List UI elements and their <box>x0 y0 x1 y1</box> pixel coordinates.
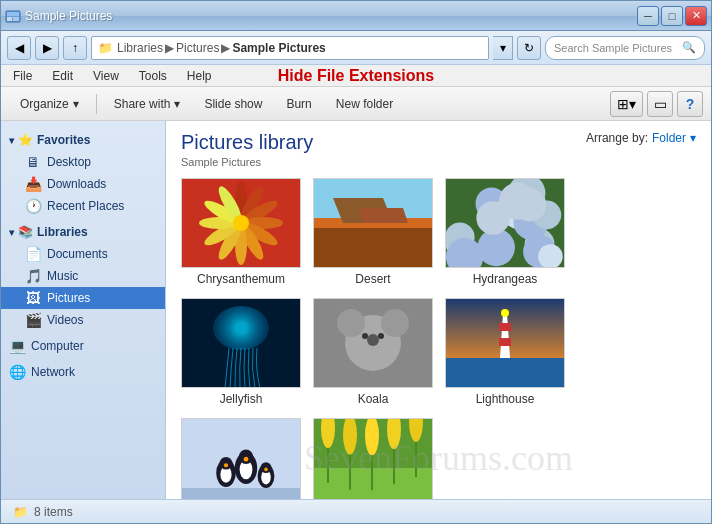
sidebar-item-desktop[interactable]: 🖥 Desktop <box>1 151 165 173</box>
sidebar-item-computer[interactable]: 💻 Computer <box>1 335 165 357</box>
window-icon <box>5 8 21 24</box>
sidebar: ▾ ⭐ Favorites 🖥 Desktop 📥 Downloads 🕐 Re… <box>1 121 166 499</box>
sidebar-item-downloads[interactable]: 📥 Downloads <box>1 173 165 195</box>
desktop-label: Desktop <box>47 155 91 169</box>
sidebar-item-network[interactable]: 🌐 Network <box>1 361 165 383</box>
view-grid-icon: ⊞ <box>617 96 629 112</box>
status-bar: 📁 8 items <box>1 499 711 523</box>
organize-button[interactable]: Organize ▾ <box>9 91 90 117</box>
arrange-by-dropdown-icon[interactable]: ▾ <box>690 131 696 145</box>
search-icon: 🔍 <box>682 41 696 54</box>
refresh-icon: ↻ <box>524 41 534 55</box>
content-pane: Pictures library Sample Pictures Arrange… <box>166 121 711 499</box>
share-button[interactable]: Share with ▾ <box>103 91 192 117</box>
toolbar-right: ⊞ ▾ ▭ ? <box>610 91 703 117</box>
address-bar: ◀ ▶ ↑ 📁 Libraries ▶ Pictures ▶ Sample Pi… <box>1 31 711 65</box>
breadcrumb-sep2: ▶ <box>221 41 230 55</box>
thumb-label: Jellyfish <box>220 392 263 406</box>
libraries-header[interactable]: ▾ 📚 Libraries <box>1 221 165 243</box>
thumb-item[interactable]: Koala <box>313 298 433 406</box>
sidebar-item-pictures[interactable]: 🖼 Pictures <box>1 287 165 309</box>
libraries-section: ▾ 📚 Libraries 📄 Documents 🎵 Music 🖼 Pict… <box>1 221 165 331</box>
libraries-label: Libraries <box>37 225 88 239</box>
favorites-header-icon: ⭐ <box>18 133 33 147</box>
videos-label: Videos <box>47 313 83 327</box>
thumb-item[interactable]: Chrysanthemum <box>181 178 301 286</box>
thumb-item[interactable]: Lighthouse <box>445 298 565 406</box>
help-button[interactable]: ? <box>677 91 703 117</box>
thumb-item[interactable]: Hydrangeas <box>445 178 565 286</box>
thumb-canvas <box>313 418 433 499</box>
back-icon: ◀ <box>15 41 24 55</box>
computer-label: Computer <box>31 339 84 353</box>
music-icon: 🎵 <box>25 268 41 284</box>
breadcrumb-pictures: Pictures <box>176 41 219 55</box>
thumb-image-wrap <box>313 418 433 499</box>
search-box[interactable]: Search Sample Pictures 🔍 <box>545 36 705 60</box>
content-header: Pictures library Sample Pictures Arrange… <box>181 131 696 168</box>
recent-places-icon: 🕐 <box>25 198 41 214</box>
arrange-by-value[interactable]: Folder <box>652 131 686 145</box>
preview-icon: ▭ <box>654 96 667 112</box>
help-icon: ? <box>686 96 695 112</box>
favorites-header[interactable]: ▾ ⭐ Favorites <box>1 129 165 151</box>
main-area: ▾ ⭐ Favorites 🖥 Desktop 📥 Downloads 🕐 Re… <box>1 121 711 499</box>
burn-button[interactable]: Burn <box>275 91 322 117</box>
preview-pane-button[interactable]: ▭ <box>647 91 673 117</box>
back-button[interactable]: ◀ <box>7 36 31 60</box>
sidebar-item-documents[interactable]: 📄 Documents <box>1 243 165 265</box>
documents-icon: 📄 <box>25 246 41 262</box>
thumb-image-wrap <box>181 298 301 388</box>
downloads-icon: 📥 <box>25 176 41 192</box>
address-box[interactable]: 📁 Libraries ▶ Pictures ▶ Sample Pictures <box>91 36 489 60</box>
thumb-item[interactable]: Tulips <box>313 418 433 499</box>
title-bar-text: Sample Pictures <box>25 9 637 23</box>
breadcrumb-lib: Libraries <box>117 41 163 55</box>
computer-section: 💻 Computer <box>1 335 165 357</box>
thumb-image-wrap <box>313 178 433 268</box>
forward-icon: ▶ <box>43 41 52 55</box>
share-label: Share with <box>114 97 171 111</box>
favorites-arrow: ▾ <box>9 135 14 146</box>
menu-tools[interactable]: Tools <box>135 67 171 85</box>
thumb-image-wrap <box>181 178 301 268</box>
window: Sample Pictures ─ □ ✕ ◀ ▶ ↑ 📁 Libraries … <box>0 0 712 524</box>
up-button[interactable]: ↑ <box>63 36 87 60</box>
sidebar-item-videos[interactable]: 🎬 Videos <box>1 309 165 331</box>
share-dropdown-icon: ▾ <box>174 97 180 111</box>
title-bar-buttons: ─ □ ✕ <box>637 6 707 26</box>
forward-button[interactable]: ▶ <box>35 36 59 60</box>
breadcrumb-sample: Sample Pictures <box>232 41 325 55</box>
slideshow-button[interactable]: Slide show <box>193 91 273 117</box>
arrange-by: Arrange by: Folder ▾ <box>586 131 696 145</box>
maximize-button[interactable]: □ <box>661 6 683 26</box>
view-dropdown-icon: ▾ <box>629 96 636 112</box>
thumb-canvas <box>181 178 301 268</box>
close-button[interactable]: ✕ <box>685 6 707 26</box>
thumb-label: Desert <box>355 272 390 286</box>
thumb-canvas <box>181 298 301 388</box>
menu-edit[interactable]: Edit <box>48 67 77 85</box>
menu-file[interactable]: File <box>9 67 36 85</box>
sidebar-item-music[interactable]: 🎵 Music <box>1 265 165 287</box>
menu-help[interactable]: Help <box>183 67 216 85</box>
library-info: Pictures library Sample Pictures <box>181 131 313 168</box>
menu-view[interactable]: View <box>89 67 123 85</box>
thumb-canvas <box>313 178 433 268</box>
change-view-button[interactable]: ⊞ ▾ <box>610 91 643 117</box>
libraries-arrow: ▾ <box>9 227 14 238</box>
thumb-canvas <box>181 418 301 499</box>
new-folder-button[interactable]: New folder <box>325 91 404 117</box>
thumb-item[interactable]: Desert <box>313 178 433 286</box>
thumb-image-wrap <box>181 418 301 499</box>
thumb-item[interactable]: Jellyfish <box>181 298 301 406</box>
address-dropdown-button[interactable]: ▾ <box>493 36 513 60</box>
menu-bar: File Edit View Tools Help Hide File Exte… <box>1 65 711 87</box>
minimize-button[interactable]: ─ <box>637 6 659 26</box>
toolbar: Organize ▾ Share with ▾ Slide show Burn … <box>1 87 711 121</box>
computer-icon: 💻 <box>9 338 25 354</box>
sidebar-item-recent-places[interactable]: 🕐 Recent Places <box>1 195 165 217</box>
thumb-item[interactable]: Penguins <box>181 418 301 499</box>
refresh-button[interactable]: ↻ <box>517 36 541 60</box>
libraries-header-icon: 📚 <box>18 225 33 239</box>
